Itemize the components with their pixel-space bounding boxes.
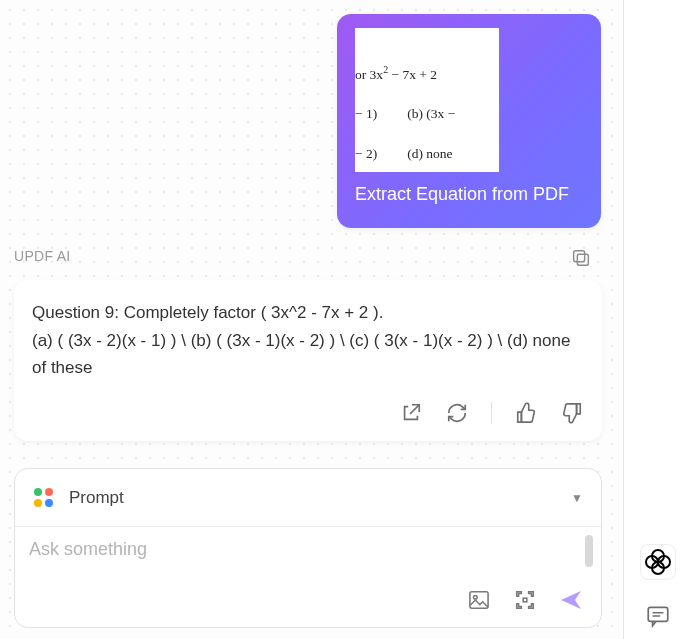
send-button[interactable]: [559, 588, 583, 612]
send-icon: [559, 589, 583, 611]
prompt-header-label: Prompt: [69, 488, 557, 508]
thumb-text: − 1): [355, 106, 377, 122]
thumb-line-2: − 1) (b) (3x −: [355, 106, 489, 122]
copy-button[interactable]: [569, 246, 593, 270]
regenerate-button[interactable]: [445, 401, 469, 425]
prompt-scrollbar[interactable]: [585, 535, 593, 567]
thumb-text: (d) none: [407, 146, 452, 162]
copy-icon: [570, 247, 592, 269]
attach-image-button[interactable]: [467, 588, 491, 612]
prompt-dots-icon: [33, 487, 55, 509]
thumbs-down-button[interactable]: [560, 401, 584, 425]
image-icon: [468, 590, 490, 610]
screenshot-button[interactable]: [513, 588, 537, 612]
svg-rect-5: [648, 607, 668, 621]
updf-logo-icon: [646, 550, 670, 574]
external-link-icon: [400, 402, 422, 424]
svg-rect-2: [470, 592, 488, 608]
main-column: or 3x2 − 7x + 2 − 1) (b) (3x − − 2) (d) …: [0, 0, 624, 639]
thumb-text: (b) (3x −: [407, 106, 455, 122]
caret-down-icon: ▼: [571, 491, 583, 505]
ai-action-bar: [32, 395, 584, 431]
refresh-icon: [446, 402, 468, 424]
thumbs-up-icon: [515, 402, 537, 424]
svg-rect-4: [523, 598, 527, 602]
updf-logo-button[interactable]: [640, 544, 676, 580]
thumb-line-1: or 3x2 − 7x + 2: [355, 64, 489, 83]
right-rail: [624, 0, 693, 639]
thumb-text: or 3x: [355, 67, 383, 82]
prompt-header[interactable]: Prompt ▼: [15, 469, 601, 527]
thumb-text: − 2): [355, 146, 377, 162]
svg-rect-1: [574, 251, 585, 262]
comment-icon: [645, 603, 671, 629]
svg-rect-0: [577, 254, 588, 265]
prompt-footer: [29, 583, 583, 617]
open-external-button[interactable]: [399, 401, 423, 425]
pdf-thumbnail: or 3x2 − 7x + 2 − 1) (b) (3x − − 2) (d) …: [355, 28, 499, 172]
user-message-caption: Extract Equation from PDF: [355, 184, 583, 205]
prompt-card: Prompt ▼: [14, 468, 602, 628]
thumbs-down-icon: [561, 402, 583, 424]
comments-button[interactable]: [640, 598, 676, 634]
thumbs-up-button[interactable]: [514, 401, 538, 425]
prompt-input[interactable]: [29, 539, 583, 583]
ai-response-options: (a) ( (3x - 2)(x - 1) ) \ (b) ( (3x - 1)…: [32, 328, 584, 381]
ai-response-question: Question 9: Completely factor ( 3x^2 - 7…: [32, 300, 584, 326]
ai-response-card: Question 9: Completely factor ( 3x^2 - 7…: [14, 280, 602, 441]
crop-icon: [514, 589, 536, 611]
thumb-line-3: − 2) (d) none: [355, 146, 489, 162]
thumb-text: − 7x + 2: [388, 67, 437, 82]
ai-source-label: UPDF AI: [14, 248, 71, 264]
divider: [491, 402, 492, 424]
prompt-body: [15, 527, 601, 627]
svg-point-3: [474, 595, 478, 599]
user-message-card: or 3x2 − 7x + 2 − 1) (b) (3x − − 2) (d) …: [337, 14, 601, 228]
